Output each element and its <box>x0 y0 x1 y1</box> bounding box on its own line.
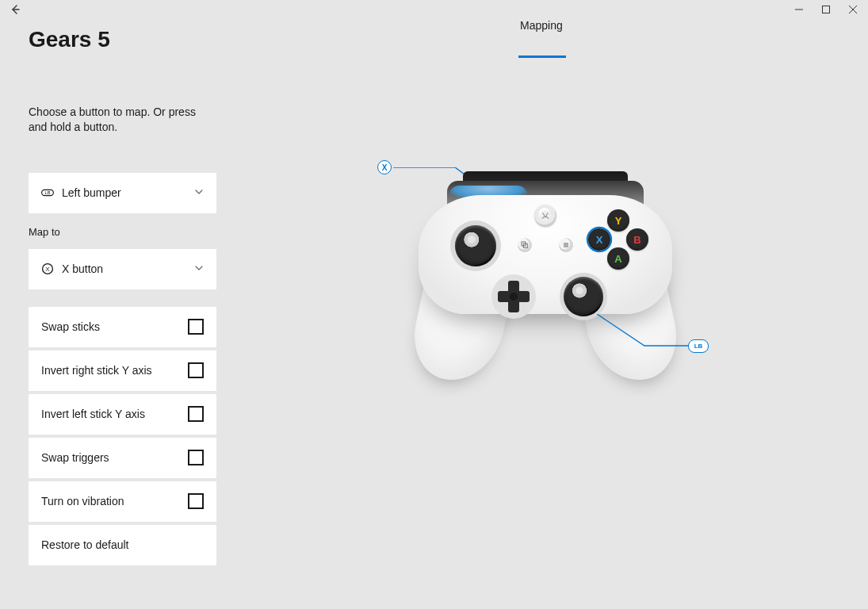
chevron-down-icon <box>194 186 204 200</box>
swap-triggers-checkbox[interactable] <box>188 450 204 465</box>
menu-icon <box>562 241 570 249</box>
target-button-label: X button <box>62 262 204 275</box>
close-icon <box>849 6 857 13</box>
page-title: Gears 5 <box>29 27 110 52</box>
left-stick <box>455 225 496 266</box>
minimize-button[interactable] <box>786 0 813 19</box>
swap-triggers-label: Swap triggers <box>41 451 109 464</box>
tab-mapping[interactable]: Mapping <box>520 19 563 40</box>
invert-left-y-checkbox[interactable] <box>188 406 204 422</box>
svg-point-5 <box>540 210 551 221</box>
invert-right-y-option[interactable]: Invert right stick Y axis <box>29 350 216 391</box>
face-button-b: B <box>626 228 648 251</box>
callout-x-badge: X <box>377 160 392 174</box>
view-icon <box>521 241 529 249</box>
vibration-checkbox[interactable] <box>188 493 204 509</box>
invert-right-y-checkbox[interactable] <box>188 362 204 378</box>
chevron-down-icon <box>194 262 204 276</box>
view-button <box>518 238 532 252</box>
close-button[interactable] <box>839 0 866 19</box>
source-button-label: Left bumper <box>62 186 204 199</box>
restore-default-button[interactable]: Restore to default <box>29 525 216 565</box>
face-button-x: X <box>588 228 610 251</box>
swap-sticks-option[interactable]: Swap sticks <box>29 307 216 347</box>
source-button-dropdown[interactable]: LB Left bumper <box>29 173 216 213</box>
arrow-left-icon <box>10 4 21 15</box>
controller-body: Y X B A <box>419 171 672 389</box>
svg-rect-0 <box>823 6 830 13</box>
callout-lb-badge: LB <box>688 339 709 353</box>
minimize-icon <box>795 6 803 13</box>
header: Gears 5 Mapping <box>0 19 868 67</box>
back-button[interactable] <box>10 4 21 15</box>
callout-lb-line <box>597 314 692 350</box>
xbox-home-button <box>534 205 556 227</box>
target-button-dropdown[interactable]: X X button <box>29 249 216 289</box>
dpad <box>498 281 530 312</box>
tab-underline <box>518 56 566 58</box>
menu-button <box>559 238 573 252</box>
maximize-icon <box>822 6 830 13</box>
x-button-icon: X <box>41 262 54 275</box>
restore-default-label: Restore to default <box>41 538 129 551</box>
invert-left-y-label: Invert left stick Y axis <box>41 408 145 420</box>
instruction-text: Choose a button to map. Or press and hol… <box>29 105 203 135</box>
swap-triggers-option[interactable]: Swap triggers <box>29 438 216 478</box>
right-stick <box>564 277 603 316</box>
face-button-a: A <box>607 247 629 270</box>
controller-diagram: X Y X B A <box>371 157 712 427</box>
xbox-logo-icon <box>539 209 552 222</box>
vibration-label: Turn on vibration <box>41 495 124 508</box>
face-button-y: Y <box>607 209 629 232</box>
left-bumper-icon: LB <box>41 186 54 199</box>
invert-left-y-option[interactable]: Invert left stick Y axis <box>29 394 216 435</box>
swap-sticks-label: Swap sticks <box>41 320 100 333</box>
invert-right-y-label: Invert right stick Y axis <box>41 364 152 377</box>
svg-text:X: X <box>45 266 50 273</box>
title-bar <box>0 0 868 19</box>
swap-sticks-checkbox[interactable] <box>188 319 204 335</box>
svg-text:LB: LB <box>44 191 50 196</box>
maximize-button[interactable] <box>813 0 839 19</box>
vibration-option[interactable]: Turn on vibration <box>29 481 216 522</box>
